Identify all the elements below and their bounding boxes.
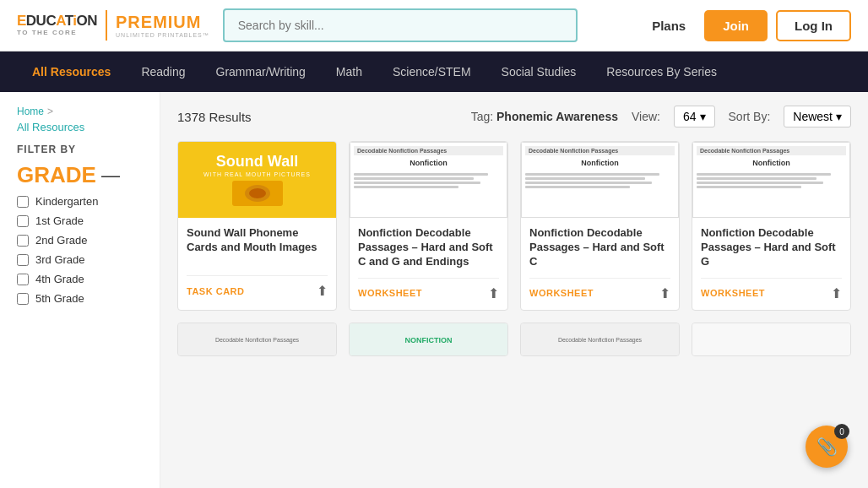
cards-grid: Sound Wall WITH REAL MOUTH PICTURES Soun… <box>177 141 851 311</box>
breadcrumb: Home > <box>17 106 143 117</box>
grade-title: GRADE — <box>17 162 143 188</box>
view-select[interactable]: 64 ▾ <box>674 106 715 127</box>
plans-button[interactable]: Plans <box>642 12 696 40</box>
view-sort: View: 64 ▾ Sort By: Newest ▾ <box>632 106 851 127</box>
card-6-partial[interactable]: NONFICTION <box>349 323 508 356</box>
search-input[interactable] <box>223 8 578 42</box>
login-button[interactable]: Log In <box>776 10 851 41</box>
card-3-footer: WORKSHEET ⬆ <box>529 278 670 301</box>
nav-item-resources-by-series[interactable]: Resources By Series <box>591 52 732 92</box>
nav-item-all-resources[interactable]: All Resources <box>17 52 126 92</box>
nav-item-reading[interactable]: Reading <box>126 52 200 92</box>
logo-premium-block: PREMIUM UNLIMITED PRINTABLES™ <box>116 13 209 38</box>
all-resources-link[interactable]: All Resources <box>17 121 143 133</box>
tag-label: Tag: Phonemic Awareness <box>471 110 618 123</box>
sort-select[interactable]: Newest ▾ <box>784 106 851 127</box>
card-4-thumb: Decodable Nonfiction Passages Nonfiction <box>692 142 850 218</box>
card-1-thumb: Sound Wall WITH REAL MOUTH PICTURES <box>178 142 336 218</box>
content-area: Home > All Resources FILTER BY GRADE — K… <box>0 92 868 488</box>
card-2-save-icon[interactable]: ⬆ <box>488 285 499 301</box>
breadcrumb-home[interactable]: Home <box>17 106 44 117</box>
card-3[interactable]: Decodable Nonfiction Passages Nonfiction… <box>520 141 680 311</box>
card-7-partial[interactable]: Decodable Nonfiction Passages <box>520 323 680 356</box>
results-count: 1378 Results <box>177 110 252 124</box>
card-4-body: Nonfiction Decodable Passages – Hard and… <box>692 218 850 310</box>
nav-item-grammar-writing[interactable]: Grammar/Writing <box>201 52 321 92</box>
main-content: 1378 Results Tag: Phonemic Awareness Vie… <box>160 92 868 488</box>
card-2-body: Nonfiction Decodable Passages – Hard and… <box>350 218 507 310</box>
grade-kindergarten: Kindergarten <box>17 192 143 211</box>
card-5-partial[interactable]: Decodable Nonfiction Passages <box>177 323 337 356</box>
card-1-body: Sound Wall Phoneme Cards and Mouth Image… <box>178 218 336 307</box>
logo-divider <box>106 10 107 41</box>
card-3-type: WORKSHEET <box>529 288 594 298</box>
card-2-title: Nonfiction Decodable Passages – Hard and… <box>358 226 499 269</box>
nav-item-social-studies[interactable]: Social Studies <box>486 52 592 92</box>
card-2-footer: WORKSHEET ⬆ <box>358 278 499 301</box>
grade-1st: 1st Grade <box>17 211 143 230</box>
card-4[interactable]: Decodable Nonfiction Passages Nonfiction… <box>692 141 851 311</box>
fab-badge: 0 <box>834 424 849 439</box>
card-4-save-icon[interactable]: ⬆ <box>831 285 842 301</box>
card-4-type: WORKSHEET <box>701 288 765 298</box>
card-1-thumb-sub: WITH REAL MOUTH PICTURES <box>203 171 311 177</box>
search-bar <box>223 8 578 42</box>
card-1-thumb-text: Sound Wall <box>203 154 311 171</box>
grade-5th-checkbox[interactable] <box>17 293 29 305</box>
logo-education-text: EDUCATiON <box>17 14 97 30</box>
logo-unlimited-text: UNLIMITED PRINTABLES™ <box>116 32 209 38</box>
main-nav: All Resources Reading Grammar/Writing Ma… <box>0 52 868 92</box>
results-bar: 1378 Results Tag: Phonemic Awareness Vie… <box>177 106 851 127</box>
logo-premium-text: PREMIUM <box>116 13 209 32</box>
card-3-body: Nonfiction Decodable Passages – Hard and… <box>521 218 679 310</box>
card-2[interactable]: Decodable Nonfiction Passages Nonfiction… <box>349 141 508 311</box>
sort-label: Sort By: <box>729 110 771 123</box>
card-2-type: WORKSHEET <box>358 288 422 298</box>
card-3-save-icon[interactable]: ⬆ <box>659 285 670 301</box>
logo-to-the-core: TO THE CORE <box>17 30 97 37</box>
grade-3rd-checkbox[interactable] <box>17 254 29 266</box>
card-3-thumb: Decodable Nonfiction Passages Nonfiction <box>521 142 679 218</box>
grade-3rd: 3rd Grade <box>17 250 143 269</box>
view-label: View: <box>632 110 660 123</box>
fab-icon: 📎 <box>816 436 838 457</box>
grade-4th: 4th Grade <box>17 269 143 289</box>
grade-2nd-checkbox[interactable] <box>17 235 29 247</box>
card-2-thumb: Decodable Nonfiction Passages Nonfiction <box>350 142 507 218</box>
grade-list: Kindergarten 1st Grade 2nd Grade 3rd Gra… <box>17 192 143 308</box>
card-8-partial[interactable] <box>692 323 851 356</box>
logo: EDUCATiON TO THE CORE PREMIUM UNLIMITED … <box>17 10 209 41</box>
header: EDUCATiON TO THE CORE PREMIUM UNLIMITED … <box>0 0 868 52</box>
card-1[interactable]: Sound Wall WITH REAL MOUTH PICTURES Soun… <box>177 141 337 311</box>
nav-item-science-stem[interactable]: Science/STEM <box>377 52 486 92</box>
card-4-footer: WORKSHEET ⬆ <box>701 278 842 301</box>
card-1-type: TASK CARD <box>187 286 244 296</box>
card-1-title: Sound Wall Phoneme Cards and Mouth Image… <box>187 226 328 267</box>
filter-by-label: FILTER BY <box>17 144 143 155</box>
card-1-footer: TASK CARD ⬆ <box>187 275 328 299</box>
fab-button[interactable]: 📎 0 <box>806 426 848 468</box>
sidebar: Home > All Resources FILTER BY GRADE — K… <box>0 92 160 488</box>
grade-5th: 5th Grade <box>17 289 143 308</box>
cards-grid-bottom: Decodable Nonfiction Passages NONFICTION… <box>177 323 851 356</box>
header-buttons: Plans Join Log In <box>642 10 851 41</box>
grade-1st-checkbox[interactable] <box>17 215 29 227</box>
grade-2nd: 2nd Grade <box>17 230 143 250</box>
nav-item-math[interactable]: Math <box>321 52 377 92</box>
breadcrumb-separator: > <box>47 106 53 117</box>
tag-value: Phonemic Awareness <box>496 110 618 123</box>
card-3-title: Nonfiction Decodable Passages – Hard and… <box>529 226 670 269</box>
grade-kindergarten-checkbox[interactable] <box>17 196 29 208</box>
card-1-mouth-image <box>232 181 283 206</box>
card-4-title: Nonfiction Decodable Passages – Hard and… <box>701 226 842 269</box>
grade-4th-checkbox[interactable] <box>17 274 29 285</box>
join-button[interactable]: Join <box>704 10 768 41</box>
card-1-save-icon[interactable]: ⬆ <box>317 283 328 299</box>
